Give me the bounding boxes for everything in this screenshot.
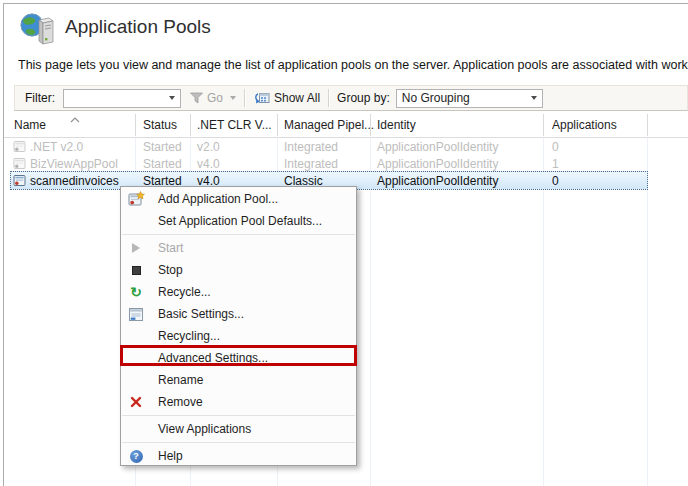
menu-item-label: Recycling...: [158, 329, 220, 343]
menu-item-label: Rename: [158, 373, 203, 387]
menu-item-help[interactable]: ? Help: [121, 445, 356, 467]
menu-separator: [122, 442, 355, 443]
menu-item-label: Set Application Pool Defaults...: [158, 214, 322, 228]
page-description: This page lets you view and manage the l…: [18, 58, 688, 72]
table-row[interactable]: .NET v2.0 Started v2.0 Integrated Applic…: [4, 139, 688, 156]
grid-line: [543, 138, 544, 486]
annotation-red-box: [120, 345, 357, 366]
menu-item-start: Start: [121, 237, 356, 259]
add-application-pool-icon: [121, 191, 151, 207]
menu-item-label: Add Application Pool...: [158, 192, 278, 206]
column-divider[interactable]: [190, 114, 191, 136]
go-button[interactable]: Go: [207, 91, 223, 105]
application-pool-icon: [13, 174, 26, 190]
column-divider[interactable]: [277, 114, 278, 136]
menu-item-basic-settings[interactable]: Basic Settings...: [121, 303, 356, 325]
toolbar-divider: [244, 89, 245, 107]
menu-item-label: View Applications: [158, 422, 251, 436]
menu-item-label: Help: [158, 449, 183, 463]
column-header-net-clr-version[interactable]: .NET CLR V...: [197, 118, 272, 132]
pool-name: .NET v2.0: [30, 140, 83, 154]
column-divider[interactable]: [370, 114, 371, 136]
menu-item-recycle[interactable]: ↻ Recycle...: [121, 281, 356, 303]
group-by-label: Group by:: [337, 91, 390, 105]
filter-funnel-icon: [190, 92, 203, 104]
menu-separator: [122, 415, 355, 416]
filter-input[interactable]: [63, 89, 181, 108]
column-divider[interactable]: [543, 114, 544, 136]
column-divider[interactable]: [135, 114, 136, 136]
pool-app-count: 0: [552, 140, 559, 154]
column-header-name[interactable]: Name: [14, 118, 46, 132]
pool-identity: ApplicationPoolIdentity: [377, 174, 498, 188]
chevron-down-icon[interactable]: [169, 96, 175, 100]
menu-item-recycling[interactable]: Recycling...: [121, 325, 356, 347]
pool-name: scannedinvoices: [30, 174, 119, 188]
toolbar-divider: [328, 89, 329, 107]
column-header-status[interactable]: Status: [143, 118, 177, 132]
menu-item-view-applications[interactable]: View Applications: [121, 418, 356, 440]
go-split-chevron-icon[interactable]: [230, 96, 236, 100]
pool-status: Started: [143, 157, 182, 171]
column-header-managed-pipeline[interactable]: Managed Pipel...: [284, 118, 374, 132]
sort-ascending-icon[interactable]: [70, 112, 80, 126]
recycle-icon: ↻: [121, 285, 151, 299]
table-header: Name Status .NET CLR V... Managed Pipel.…: [4, 112, 688, 138]
menu-separator: [122, 234, 355, 235]
start-icon: [121, 243, 151, 253]
show-all-icon: [253, 92, 270, 105]
application-pools-icon: [19, 11, 55, 51]
basic-settings-icon: [121, 308, 151, 321]
pool-identity: ApplicationPoolIdentity: [377, 157, 498, 171]
pool-app-count: 1: [552, 157, 559, 171]
pool-clr-version: v2.0: [197, 140, 220, 154]
application-pool-icon: [13, 140, 26, 156]
menu-item-rename[interactable]: Rename: [121, 369, 356, 391]
pool-status: Started: [143, 140, 182, 154]
grid-line: [370, 138, 371, 486]
menu-item-stop[interactable]: Stop: [121, 259, 356, 281]
pool-pipeline: Integrated: [284, 140, 338, 154]
remove-icon: [121, 396, 151, 408]
column-divider[interactable]: [647, 114, 648, 136]
menu-item-label: Remove: [158, 395, 203, 409]
menu-item-label: Basic Settings...: [158, 307, 244, 321]
show-all-button[interactable]: Show All: [274, 91, 320, 105]
group-by-value: No Grouping: [402, 91, 470, 105]
filter-label: Filter:: [25, 91, 55, 105]
menu-item-remove[interactable]: Remove: [121, 391, 356, 413]
column-header-applications[interactable]: Applications: [552, 118, 617, 132]
column-header-identity[interactable]: Identity: [377, 118, 416, 132]
pool-clr-version: v4.0: [197, 157, 220, 171]
stop-icon: [121, 266, 151, 275]
pool-pipeline: Integrated: [284, 157, 338, 171]
menu-item-label: Stop: [158, 263, 183, 277]
pool-app-count: 0: [552, 174, 559, 188]
help-icon: ?: [121, 450, 151, 463]
menu-item-set-application-pool-defaults[interactable]: Set Application Pool Defaults...: [121, 210, 356, 232]
chevron-down-icon[interactable]: [531, 96, 537, 100]
pool-name: BizViewAppPool: [30, 157, 118, 171]
pool-identity: ApplicationPoolIdentity: [377, 140, 498, 154]
menu-item-label: Start: [158, 241, 183, 255]
context-menu: Add Application Pool... Set Application …: [120, 186, 357, 466]
filter-toolbar: Filter: Go Show All Group by: No Groupin…: [14, 85, 688, 111]
menu-item-add-application-pool[interactable]: Add Application Pool...: [121, 188, 356, 210]
page-title: Application Pools: [65, 16, 211, 38]
group-by-select[interactable]: No Grouping: [396, 89, 543, 108]
grid-line: [647, 138, 648, 486]
menu-item-label: Recycle...: [158, 285, 211, 299]
